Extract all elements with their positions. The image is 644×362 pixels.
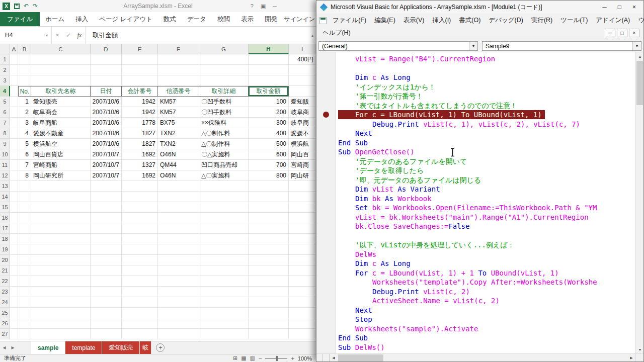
cell-I24[interactable]: [289, 297, 316, 308]
ribbon-tab-7[interactable]: 表示: [235, 12, 259, 26]
cell-I21[interactable]: [289, 265, 316, 276]
cell-B14[interactable]: [18, 192, 31, 202]
cell-D22[interactable]: [91, 276, 122, 287]
cell-H25[interactable]: [249, 308, 289, 318]
ribbon-tab-5[interactable]: データ: [182, 12, 212, 26]
cell-H11[interactable]: 700: [249, 160, 289, 170]
cell-D26[interactable]: [91, 318, 122, 329]
cell-I2[interactable]: [289, 65, 316, 75]
cell-H4[interactable]: 取引金額: [249, 86, 289, 97]
cell-I15[interactable]: [289, 202, 316, 213]
cell-E24[interactable]: [122, 297, 158, 308]
row-header-22[interactable]: 22: [0, 276, 10, 287]
column-header-F[interactable]: F: [158, 44, 199, 54]
cell-H7[interactable]: 300: [249, 118, 289, 128]
cell-D6[interactable]: 2007/10/6: [91, 107, 122, 118]
cell-H24[interactable]: [249, 297, 289, 308]
cell-D5[interactable]: 2007/10/6: [91, 97, 122, 107]
row-header-20[interactable]: 20: [0, 255, 10, 265]
module-restore-icon[interactable]: □: [617, 29, 627, 37]
cell-D2[interactable]: [91, 65, 122, 75]
cell-F26[interactable]: [158, 318, 199, 329]
row-header-11[interactable]: 11: [0, 160, 10, 170]
cell-G22[interactable]: [199, 276, 249, 287]
cell-B17[interactable]: [18, 223, 31, 234]
cell-I19[interactable]: [289, 244, 316, 255]
cell-G20[interactable]: [199, 255, 249, 265]
code-margin[interactable]: [316, 315, 336, 324]
cell-C17[interactable]: [31, 223, 91, 234]
redo-icon[interactable]: ↷: [33, 3, 38, 9]
cell-G12[interactable]: △〇実施料: [199, 170, 249, 181]
vba-menu-6[interactable]: 実行(R): [527, 16, 556, 25]
column-header-H[interactable]: H: [249, 44, 289, 54]
code-margin[interactable]: [316, 157, 336, 166]
vba-menu-2[interactable]: 表示(V): [399, 16, 429, 25]
cell-H18[interactable]: [249, 234, 289, 244]
cell-G19[interactable]: [199, 244, 249, 255]
cell-F2[interactable]: [158, 65, 199, 75]
cell-D8[interactable]: 2007/10/6: [91, 128, 122, 139]
cell-B20[interactable]: [18, 255, 31, 265]
vba-menu-help[interactable]: ヘルプ(H): [318, 29, 355, 37]
row-header-23[interactable]: 23: [0, 287, 10, 297]
cell-H5[interactable]: 100: [249, 97, 289, 107]
vba-minimize-icon[interactable]: ─: [602, 4, 607, 11]
code-margin[interactable]: [316, 73, 336, 82]
vba-menu-8[interactable]: アドイン(A): [592, 16, 634, 25]
column-header-A[interactable]: A: [10, 44, 18, 54]
cell-D17[interactable]: [91, 223, 122, 234]
cell-D15[interactable]: [91, 202, 122, 213]
cell-A20[interactable]: [10, 255, 18, 265]
horizontal-scrollbar[interactable]: ◀ ▶: [316, 353, 643, 361]
cell-H12[interactable]: 800: [249, 170, 289, 181]
row-header-18[interactable]: 18: [0, 234, 10, 244]
cell-C3[interactable]: [31, 75, 91, 86]
code-margin[interactable]: [316, 306, 336, 315]
code-margin[interactable]: [316, 343, 336, 352]
cell-A11[interactable]: [10, 160, 18, 170]
ribbon-tab-8[interactable]: 開発: [259, 12, 283, 26]
cell-A21[interactable]: [10, 265, 18, 276]
code-margin[interactable]: [316, 213, 336, 222]
cell-H6[interactable]: 200: [249, 107, 289, 118]
cell-I13[interactable]: [289, 181, 316, 192]
cell-E6[interactable]: 1942: [122, 107, 158, 118]
cell-A13[interactable]: [10, 181, 18, 192]
cell-F7[interactable]: BX75: [158, 118, 199, 128]
hscrollbar-thumb[interactable]: [338, 354, 383, 361]
cell-F6[interactable]: KM57: [158, 107, 199, 118]
cell-E26[interactable]: [122, 318, 158, 329]
zoom-level[interactable]: 100%: [298, 355, 312, 361]
cell-C16[interactable]: [31, 213, 91, 223]
cell-E17[interactable]: [122, 223, 158, 234]
vba-menu-9[interactable]: ウィンドウ(W): [634, 16, 644, 25]
cell-H9[interactable]: 500: [249, 139, 289, 149]
row-header-5[interactable]: 5: [0, 97, 10, 107]
row-header-26[interactable]: 26: [0, 318, 10, 329]
cell-H21[interactable]: [249, 265, 289, 276]
cell-D24[interactable]: [91, 297, 122, 308]
cell-F21[interactable]: [158, 265, 199, 276]
cell-I12[interactable]: 岡山研: [289, 170, 316, 181]
scroll-left-icon[interactable]: ◀: [330, 354, 338, 362]
scroll-right-icon[interactable]: ▶: [627, 354, 635, 362]
cell-E14[interactable]: [122, 192, 158, 202]
vba-menu-0[interactable]: ファイル(F): [329, 16, 370, 25]
cell-A23[interactable]: [10, 287, 18, 297]
zoom-in-icon[interactable]: +: [291, 355, 294, 361]
cell-D11[interactable]: 2007/10/7: [91, 160, 122, 170]
sheet-tab-愛知販売[interactable]: 愛知販売: [102, 341, 140, 354]
cell-A8[interactable]: [10, 128, 18, 139]
insert-function-icon[interactable]: fx: [74, 32, 85, 39]
cell-B10[interactable]: 6: [18, 149, 31, 160]
cell-E27[interactable]: [122, 329, 158, 339]
cell-I6[interactable]: 岐阜商: [289, 107, 316, 118]
cell-A19[interactable]: [10, 244, 18, 255]
code-margin[interactable]: [316, 296, 336, 306]
cell-E3[interactable]: [122, 75, 158, 86]
row-header-4[interactable]: 4: [0, 86, 10, 97]
vertical-scrollbar[interactable]: ▲ ▼: [635, 52, 643, 353]
cell-D19[interactable]: [91, 244, 122, 255]
cell-I5[interactable]: 愛知販: [289, 97, 316, 107]
